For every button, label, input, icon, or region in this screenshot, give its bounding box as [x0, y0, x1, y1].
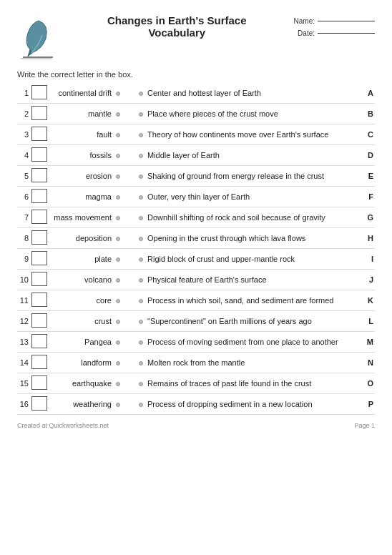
answer-input-box[interactable]: [31, 293, 47, 307]
date-label: Date:: [298, 29, 315, 37]
answer-letter: J: [362, 270, 375, 290]
row-number: 4: [17, 145, 30, 166]
left-dot: [113, 228, 123, 249]
answer-letter: G: [362, 207, 375, 228]
answer-input-box[interactable]: [31, 313, 47, 328]
left-dot: [113, 332, 123, 353]
vocab-table: 1 continental drift Center and hottest l…: [17, 83, 375, 415]
answer-box-cell: [30, 124, 49, 145]
answer-input-box[interactable]: [31, 210, 47, 224]
name-label: Name:: [294, 17, 315, 25]
left-dot: [113, 104, 123, 124]
answer-letter: M: [362, 332, 375, 353]
page-title-line2: Vocabulary: [60, 26, 294, 39]
answer-input-box[interactable]: [31, 230, 47, 245]
right-dot: [136, 187, 146, 207]
left-dot: [113, 270, 123, 290]
row-number: 16: [17, 394, 30, 415]
right-dot: [136, 124, 146, 145]
definition-text: Shaking of ground from energy release in…: [146, 166, 362, 187]
right-dot: [136, 332, 146, 353]
definition-text: Theory of how continents move over Earth…: [146, 124, 362, 145]
table-row: 2 mantle Place where pieces of the crust…: [17, 104, 375, 124]
definition-text: Remains of traces of past life found in …: [146, 373, 362, 394]
answer-letter: K: [362, 290, 375, 311]
logo-icon: [17, 17, 60, 63]
answer-letter: L: [362, 311, 375, 332]
right-dot: [136, 166, 146, 187]
left-dot: [113, 311, 123, 332]
left-dot: [113, 353, 123, 373]
answer-input-box[interactable]: [31, 168, 47, 182]
table-row: 9 plate Rigid block of crust and upper-m…: [17, 249, 375, 270]
column-separator: [123, 166, 136, 187]
right-dot: [136, 394, 146, 415]
answer-input-box[interactable]: [31, 355, 47, 369]
table-row: 10 volcano Physical feature of Earth's s…: [17, 270, 375, 290]
column-separator: [123, 290, 136, 311]
name-field: Name:: [294, 17, 375, 25]
left-dot: [113, 373, 123, 394]
column-separator: [123, 249, 136, 270]
left-dot: [113, 83, 123, 104]
footer-credit: Created at Quickworksheets.net: [17, 422, 109, 429]
page-title-line1: Changes in Earth's Surface: [60, 14, 294, 26]
answer-input-box[interactable]: [31, 147, 47, 162]
answer-input-box[interactable]: [31, 272, 47, 286]
right-dot: [136, 290, 146, 311]
row-number: 2: [17, 104, 30, 124]
definition-text: Process in which soil, sand, and sedimen…: [146, 290, 362, 311]
vocab-term: crust: [49, 311, 113, 332]
column-separator: [123, 353, 136, 373]
row-number: 7: [17, 207, 30, 228]
definition-text: Process of moving sediment from one plac…: [146, 332, 362, 353]
row-number: 8: [17, 228, 30, 249]
column-separator: [123, 311, 136, 332]
answer-input-box[interactable]: [31, 334, 47, 348]
table-row: 7 mass movement Downhill shifting of roc…: [17, 207, 375, 228]
answer-letter: C: [362, 124, 375, 145]
vocab-term: landform: [49, 353, 113, 373]
definition-text: Process of dropping sediment in a new lo…: [146, 394, 362, 415]
answer-letter: D: [362, 145, 375, 166]
answer-input-box[interactable]: [31, 189, 47, 203]
right-dot: [136, 104, 146, 124]
column-separator: [123, 145, 136, 166]
answer-input-box[interactable]: [31, 251, 47, 265]
table-row: 13 Pangea Process of moving sediment fro…: [17, 332, 375, 353]
left-dot: [113, 394, 123, 415]
vocab-term: fault: [49, 124, 113, 145]
left-dot: [113, 187, 123, 207]
definition-text: "Supercontinent" on Earth millions of ye…: [146, 311, 362, 332]
footer: Created at Quickworksheets.net Page 1: [17, 422, 375, 429]
instruction-text: Write the correct letter in the box.: [17, 70, 375, 79]
vocab-term: weathering: [49, 394, 113, 415]
right-dot: [136, 207, 146, 228]
answer-input-box[interactable]: [31, 85, 47, 99]
answer-letter: N: [362, 353, 375, 373]
name-underline: [318, 21, 375, 21]
header: Changes in Earth's Surface Vocabulary Na…: [17, 14, 375, 63]
date-underline: [318, 33, 375, 34]
answer-input-box[interactable]: [31, 106, 47, 120]
vocab-term: mantle: [49, 104, 113, 124]
row-number: 6: [17, 187, 30, 207]
answer-letter: P: [362, 394, 375, 415]
definition-text: Center and hottest layer of Earth: [146, 83, 362, 104]
answer-box-cell: [30, 104, 49, 124]
right-dot: [136, 353, 146, 373]
worksheet-page: Changes in Earth's Surface Vocabulary Na…: [0, 0, 392, 555]
column-separator: [123, 394, 136, 415]
answer-box-cell: [30, 270, 49, 290]
answer-box-cell: [30, 353, 49, 373]
definition-text: Molten rock from the mantle: [146, 353, 362, 373]
footer-page: Page 1: [354, 422, 375, 429]
vocab-term: Pangea: [49, 332, 113, 353]
answer-letter: F: [362, 187, 375, 207]
answer-input-box[interactable]: [31, 396, 47, 411]
answer-input-box[interactable]: [31, 127, 47, 141]
answer-letter: B: [362, 104, 375, 124]
answer-input-box[interactable]: [31, 375, 47, 390]
row-number: 14: [17, 353, 30, 373]
vocab-term: fossils: [49, 145, 113, 166]
